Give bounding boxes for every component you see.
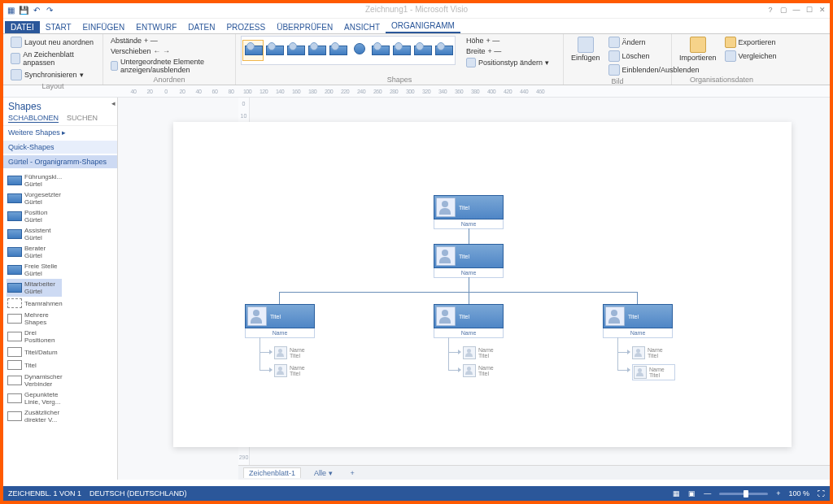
shape-icon [7,393,22,403]
palette-item[interactable]: Position Gürtel [7,207,62,225]
palette-item[interactable]: Dynamischer Verbinder [7,371,62,389]
verschieben-button[interactable]: Verschieben ← → [108,46,172,56]
maximize-icon[interactable]: ☐ [804,4,815,15]
qat-save-icon[interactable]: 💾 [18,4,29,15]
panel-collapse-icon[interactable]: ◂ [111,99,116,107]
shape-style-4[interactable] [307,41,326,60]
tab-entwurf[interactable]: ENTWURF [130,21,182,33]
importieren-button[interactable]: Importieren [677,36,719,63]
palette-item[interactable]: Berater Gürtel [7,243,62,261]
panel-tab-suchen[interactable]: SUCHEN [67,114,98,123]
shape-style-10[interactable] [434,41,453,60]
org-node-l3-2[interactable]: Titel Name [434,304,504,338]
tab-ansicht[interactable]: ANSICHT [338,21,386,33]
org-node-root[interactable]: Titel Name [434,195,504,229]
avatar-icon [463,346,476,359]
org-subnode[interactable]: NameTitel [463,346,494,359]
org-node-l3-3[interactable]: Titel Name [603,304,673,338]
palette-item[interactable]: Titel/Datum [7,345,62,358]
palette-item[interactable]: Mehrere Shapes [7,310,62,328]
org-subnode[interactable]: NameTitel [274,364,305,377]
org-subnode[interactable]: NameTitel [463,364,494,377]
shape-style-9[interactable] [412,41,432,60]
palette-item[interactable]: Drei Positionen [7,328,62,345]
zoom-level[interactable]: 100 % [788,489,809,497]
shape-icon [7,347,22,357]
tab-organigramm[interactable]: ORGANIGRAMM [386,20,460,33]
shape-style-7[interactable] [370,41,390,60]
tab-ueberpruefen[interactable]: ÜBERPRÜFEN [271,21,338,33]
untergeordnete-button[interactable]: Untergeordnete Elemente anzeigen/ausblen… [108,57,230,75]
palette-item[interactable]: Freie Stelle Gürtel [7,261,62,279]
window-title: Zeichnung1 - Microsoft Visio [365,5,468,14]
org-node-l3-1[interactable]: Titel Name [245,304,315,338]
shape-style-8[interactable] [391,41,411,60]
fit-window-icon[interactable]: ⛶ [818,489,825,497]
zoom-slider[interactable] [719,493,768,495]
palette-item[interactable]: Führungski... Gürtel [7,172,62,189]
canvas-area[interactable]: 0102030405060708090100110120130140150160… [118,98,830,480]
group-label-layout: Layout [8,82,98,90]
tab-prozess[interactable]: PROZESS [220,21,271,33]
panel-tab-schablonen[interactable]: SCHABLONEN [8,114,59,123]
layout-neu-button[interactable]: Layout neu anordnen [8,36,96,49]
weitere-shapes-link[interactable]: Weitere Shapes ▸ [3,126,117,139]
palette-item[interactable]: Zusätzlicher direkter V... [7,407,62,425]
palette-item-label: Gepunktete Linie, Verg... [24,391,61,406]
connector [279,292,280,304]
hoehe-control[interactable]: Höhe + — [464,36,552,46]
shape-style-gallery[interactable] [241,36,456,65]
positionstyp-button[interactable]: Positionstyp ändern ▾ [464,57,552,68]
avatar-icon [605,306,625,326]
org-subnode[interactable]: NameTitel [274,346,305,359]
presentation-icon[interactable]: ▣ [688,489,696,497]
shape-style-6[interactable] [349,41,369,60]
guertel-category[interactable]: Gürtel - Organigramm-Shapes [3,155,117,168]
qat-undo-icon[interactable]: ↶ [31,4,42,15]
tab-einfuegen[interactable]: EINFÜGEN [77,21,131,33]
shape-style-5[interactable] [328,41,347,60]
shape-style-2[interactable] [264,41,284,60]
palette-item[interactable]: Teamrahmen [7,297,62,310]
shape-icon [7,376,22,385]
abstaende-button[interactable]: Abstände + — [108,36,160,46]
group-label-bild: Bild [569,77,666,85]
palette-item[interactable]: Gepunktete Linie, Verg... [7,389,62,407]
view-mode-icon[interactable]: ▦ [673,489,680,497]
tab-datei[interactable]: DATEI [5,21,40,33]
ribbon-collapse-icon[interactable]: ▢ [778,4,789,15]
org-node-l2[interactable]: Titel Name [434,244,504,278]
palette-item[interactable]: Assistent Gürtel [7,225,62,243]
palette-item[interactable]: Titel [7,358,62,371]
quick-shapes-category[interactable]: Quick-Shapes [3,141,117,154]
help-icon[interactable]: ? [765,4,776,15]
page-tab-1[interactable]: Zeichenblatt-1 [243,467,301,478]
fit-page-button[interactable]: An Zeichenblatt anpassen [8,50,98,67]
page-tab-add[interactable]: + [346,468,360,478]
shape-style-3[interactable] [286,41,305,60]
exportieren-button[interactable]: Exportieren [722,36,779,49]
status-language[interactable]: DEUTSCH (DEUTSCHLAND) [89,489,187,497]
zoom-out-icon[interactable]: — [704,489,711,497]
palette-item[interactable]: Vorgesetzter Gürtel [7,189,62,207]
palette-item[interactable]: Mitarbeiter Gürtel [7,279,62,297]
zoom-in-icon[interactable]: + [776,489,780,497]
close-icon[interactable]: ✕ [817,4,828,15]
ruler-horizontal: 4020020406080100120140160180200220240260… [3,85,830,98]
tab-daten[interactable]: DATEN [182,21,220,33]
minimize-icon[interactable]: — [791,4,802,15]
org-subnode[interactable]: NameTitel [632,346,663,359]
drawing-page[interactable]: Titel Name Titel Name Titel Name Titel N… [173,122,792,447]
page-tab-all[interactable]: Alle ▾ [309,468,338,478]
connector [279,292,637,293]
qat-redo-icon[interactable]: ↷ [44,4,55,15]
org-subnode[interactable]: NameTitel [632,364,675,380]
breite-control[interactable]: Breite + — [464,46,552,56]
palette-item-label: Zusätzlicher direkter V... [24,409,61,424]
shape-style-1[interactable] [243,41,263,60]
bild-einfuegen-button[interactable]: Einfügen [569,36,603,63]
vergleichen-button[interactable]: Vergleichen [722,50,779,63]
tab-start[interactable]: START [40,21,77,33]
sync-button[interactable]: Synchronisieren ▾ [8,68,86,81]
arrow-icon [458,367,461,372]
